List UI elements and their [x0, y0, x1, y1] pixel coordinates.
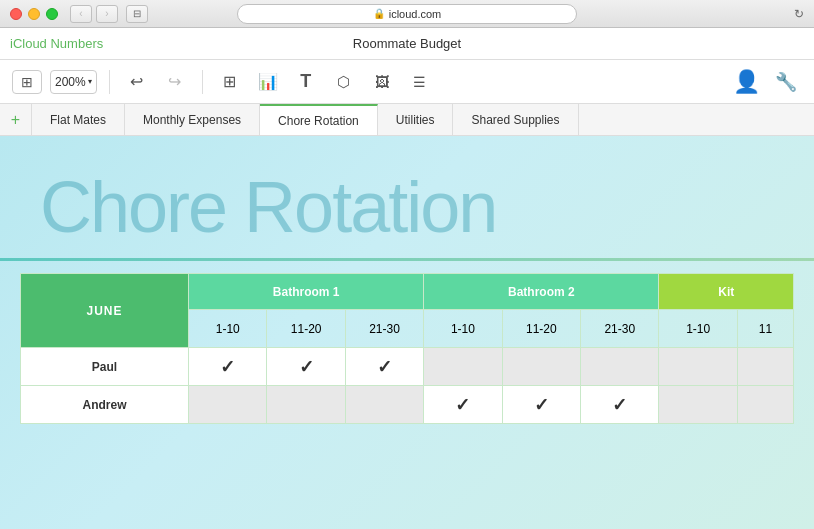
minimize-button[interactable]: [28, 8, 40, 20]
paul-b1-2[interactable]: ✓: [267, 348, 345, 386]
checkmark-icon: ✓: [612, 395, 627, 415]
tab-flat-mates-label: Flat Mates: [50, 113, 106, 127]
tab-monthly-expenses-label: Monthly Expenses: [143, 113, 241, 127]
app-brand-name: iCloud: [10, 36, 47, 51]
checkmark-icon: ✓: [377, 357, 392, 377]
tab-utilities-label: Utilities: [396, 113, 435, 127]
b1-date3: 21-30: [345, 310, 423, 348]
close-button[interactable]: [10, 8, 22, 20]
zoom-dropdown-icon: ▾: [88, 77, 92, 86]
add-sheet-button[interactable]: +: [0, 104, 32, 135]
settings-button[interactable]: 🔧: [770, 66, 802, 98]
toolbar-divider-1: [109, 70, 110, 94]
person-name-andrew: Andrew: [21, 386, 189, 424]
kitchen-header: Kit: [659, 274, 794, 310]
paul-kit-2[interactable]: [737, 348, 793, 386]
tab-chore-rotation[interactable]: Chore Rotation: [260, 104, 378, 135]
kit-date2: 11: [737, 310, 793, 348]
checkmark-icon: ✓: [299, 357, 314, 377]
table-row: Paul ✓ ✓ ✓: [21, 348, 794, 386]
app-brand: iCloud Numbers: [10, 36, 103, 51]
tab-monthly-expenses[interactable]: Monthly Expenses: [125, 104, 260, 135]
b1-date1: 1-10: [189, 310, 267, 348]
bathroom1-header: Bathroom 1: [189, 274, 424, 310]
paul-b2-1[interactable]: [424, 348, 502, 386]
bathroom2-header: Bathroom 2: [424, 274, 659, 310]
tab-shared-supplies-label: Shared Supplies: [471, 113, 559, 127]
nav-buttons: ‹ ›: [70, 5, 118, 23]
zoom-control[interactable]: 200% ▾: [50, 70, 97, 94]
month-header: JUNE: [21, 274, 189, 348]
title-bar: ‹ › ⊟ 🔒 icloud.com ↻: [0, 0, 814, 28]
kit-date1: 1-10: [659, 310, 737, 348]
toolbar: ⊞ 200% ▾ ↩ ↪ ⊞ 📊 T ⬡ 🖼 ☰ 👤 🔧: [0, 60, 814, 104]
andrew-kit-2[interactable]: [737, 386, 793, 424]
document-title: Roommate Budget: [353, 36, 461, 51]
toolbar-right: 👤 🔧: [730, 66, 802, 98]
comment-icon[interactable]: ☰: [405, 67, 435, 97]
b2-date3: 21-30: [581, 310, 659, 348]
user-account-button[interactable]: 👤: [730, 66, 762, 98]
sheet-view-button[interactable]: ⊞: [12, 70, 42, 94]
media-icon[interactable]: 🖼: [367, 67, 397, 97]
sidebar-toggle-icon[interactable]: ⊟: [126, 5, 148, 23]
url-text: icloud.com: [389, 8, 442, 20]
paul-kit-1[interactable]: [659, 348, 737, 386]
app-header: iCloud Numbers Roommate Budget: [0, 28, 814, 60]
andrew-b1-3[interactable]: [345, 386, 423, 424]
andrew-b1-1[interactable]: [189, 386, 267, 424]
tab-utilities[interactable]: Utilities: [378, 104, 454, 135]
tabs-bar: + Flat Mates Monthly Expenses Chore Rota…: [0, 104, 814, 136]
back-nav-button[interactable]: ‹: [70, 5, 92, 23]
sheet-divider: [0, 258, 814, 261]
traffic-lights: [10, 8, 58, 20]
b2-date1: 1-10: [424, 310, 502, 348]
table-row: Andrew ✓ ✓ ✓: [21, 386, 794, 424]
chore-table: JUNE Bathroom 1 Bathroom 2 Kit 1-10 11-2…: [20, 273, 794, 424]
app-product-name: Numbers: [50, 36, 103, 51]
shape-icon[interactable]: ⬡: [329, 67, 359, 97]
table-icon[interactable]: ⊞: [215, 67, 245, 97]
paul-b2-3[interactable]: [581, 348, 659, 386]
paul-b1-1[interactable]: ✓: [189, 348, 267, 386]
andrew-b2-2[interactable]: ✓: [502, 386, 580, 424]
tab-chore-rotation-label: Chore Rotation: [278, 114, 359, 128]
andrew-b2-3[interactable]: ✓: [581, 386, 659, 424]
table-header-row: JUNE Bathroom 1 Bathroom 2 Kit: [21, 274, 794, 310]
paul-b2-2[interactable]: [502, 348, 580, 386]
tab-shared-supplies[interactable]: Shared Supplies: [453, 104, 578, 135]
b1-date2: 11-20: [267, 310, 345, 348]
toolbar-divider-2: [202, 70, 203, 94]
andrew-b2-1[interactable]: ✓: [424, 386, 502, 424]
refresh-button[interactable]: ↻: [794, 7, 804, 21]
address-bar[interactable]: 🔒 icloud.com: [237, 4, 577, 24]
checkmark-icon: ✓: [220, 357, 235, 377]
paul-b1-3[interactable]: ✓: [345, 348, 423, 386]
tab-flat-mates[interactable]: Flat Mates: [32, 104, 125, 135]
maximize-button[interactable]: [46, 8, 58, 20]
checkmark-icon: ✓: [455, 395, 470, 415]
person-name-paul: Paul: [21, 348, 189, 386]
redo-button[interactable]: ↪: [160, 67, 190, 97]
forward-nav-button[interactable]: ›: [96, 5, 118, 23]
checkmark-icon: ✓: [534, 395, 549, 415]
andrew-b1-2[interactable]: [267, 386, 345, 424]
lock-icon: 🔒: [373, 8, 385, 19]
b2-date2: 11-20: [502, 310, 580, 348]
chart-icon[interactable]: 📊: [253, 67, 283, 97]
undo-button[interactable]: ↩: [122, 67, 152, 97]
text-icon[interactable]: T: [291, 67, 321, 97]
sheet-content: Chore Rotation JUNE Bathroom 1 Bathroom …: [0, 136, 814, 529]
andrew-kit-1[interactable]: [659, 386, 737, 424]
window-sidebar-button[interactable]: ⊟: [126, 5, 148, 23]
sheet-heading: Chore Rotation: [0, 136, 814, 258]
zoom-value: 200%: [55, 75, 86, 89]
